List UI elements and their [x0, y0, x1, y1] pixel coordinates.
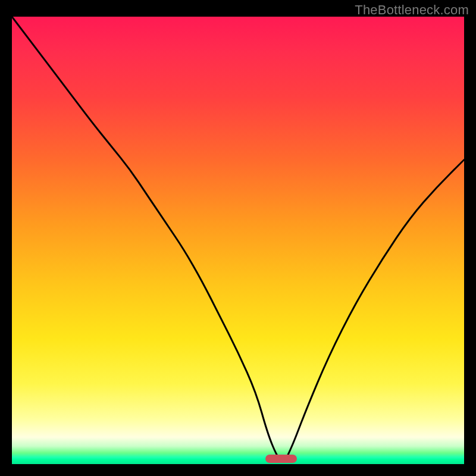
chart-frame: TheBottleneck.com — [0, 0, 476, 476]
watermark-text: TheBottleneck.com — [355, 2, 469, 18]
bottleneck-curve — [12, 17, 464, 464]
plot-area — [12, 17, 464, 464]
optimal-range-marker — [265, 455, 297, 463]
